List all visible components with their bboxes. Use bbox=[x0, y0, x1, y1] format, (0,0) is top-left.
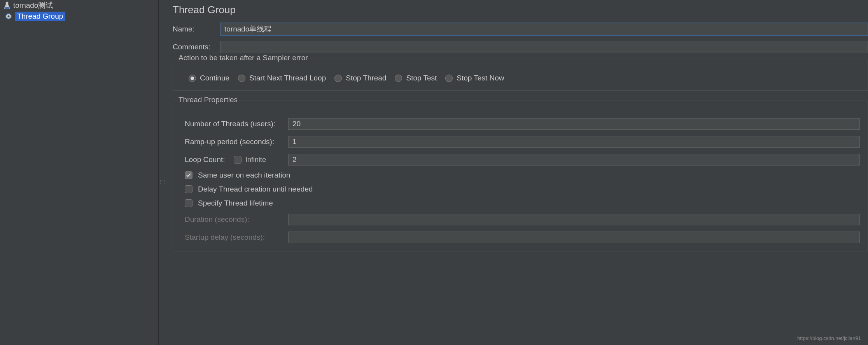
startup-delay-label: Startup delay (seconds): bbox=[185, 233, 283, 242]
radio-stop-test-now[interactable]: Stop Test Now bbox=[445, 74, 504, 82]
page-title: Thread Group bbox=[173, 4, 868, 16]
beaker-icon bbox=[3, 2, 11, 9]
error-action-legend: Action to be taken after a Sampler error bbox=[177, 54, 310, 62]
radio-stop-thread[interactable]: Stop Thread bbox=[334, 74, 386, 82]
infinite-checkbox[interactable]: Infinite bbox=[234, 156, 283, 164]
same-user-checkbox[interactable]: Same user on each iteration bbox=[185, 171, 860, 179]
radio-icon bbox=[445, 75, 453, 82]
tree-item-label: Thread Group bbox=[15, 12, 65, 21]
checkbox-icon bbox=[185, 185, 192, 193]
specify-lifetime-checkbox[interactable]: Specify Thread lifetime bbox=[185, 199, 860, 207]
radio-icon bbox=[238, 75, 245, 82]
radio-continue[interactable]: Continue bbox=[189, 74, 229, 82]
thread-properties-legend: Thread Properties bbox=[177, 96, 239, 104]
duration-label: Duration (seconds): bbox=[185, 215, 283, 224]
radio-icon bbox=[189, 75, 196, 82]
tree-panel: tornado测试 Thread Group ⋮⋮ bbox=[0, 0, 159, 345]
comments-label: Comments: bbox=[173, 43, 215, 51]
tree-item-thread-group[interactable]: Thread Group bbox=[0, 11, 158, 22]
delay-creation-checkbox[interactable]: Delay Thread creation until needed bbox=[185, 185, 860, 193]
gear-icon bbox=[5, 12, 12, 20]
comments-input[interactable] bbox=[220, 41, 868, 53]
radio-icon bbox=[395, 75, 402, 82]
tree-item-label: tornado测试 bbox=[13, 0, 53, 10]
ramp-up-label: Ramp-up period (seconds): bbox=[185, 138, 283, 146]
name-input[interactable] bbox=[220, 23, 868, 35]
radio-start-next-loop[interactable]: Start Next Thread Loop bbox=[238, 74, 326, 82]
duration-input bbox=[288, 214, 860, 225]
startup-delay-input bbox=[288, 232, 860, 243]
checkbox-icon bbox=[185, 199, 192, 207]
tree-item-test-plan[interactable]: tornado测试 bbox=[0, 0, 158, 11]
loop-count-input[interactable] bbox=[288, 154, 860, 166]
main-panel: Thread Group Name: Comments: Action to b… bbox=[159, 0, 868, 345]
checkbox-icon bbox=[185, 171, 192, 179]
num-threads-label: Number of Threads (users): bbox=[185, 120, 283, 128]
name-label: Name: bbox=[173, 25, 215, 33]
radio-icon bbox=[334, 75, 342, 82]
checkbox-icon bbox=[234, 156, 242, 164]
error-action-group: Action to be taken after a Sampler error… bbox=[173, 59, 868, 91]
svg-point-1 bbox=[8, 16, 10, 17]
loop-count-label: Loop Count: bbox=[185, 155, 228, 164]
num-threads-input[interactable] bbox=[288, 118, 860, 130]
thread-properties-group: Thread Properties Number of Threads (use… bbox=[173, 101, 868, 251]
watermark: https://blog.csdn.net/jclian91 bbox=[797, 335, 861, 341]
ramp-up-input[interactable] bbox=[288, 136, 860, 148]
radio-stop-test[interactable]: Stop Test bbox=[395, 74, 437, 82]
